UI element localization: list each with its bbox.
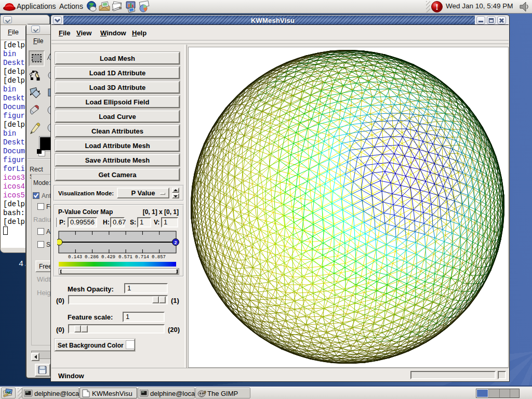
svg-text:2: 2: [174, 240, 177, 245]
svg-text:!: !: [435, 2, 438, 12]
